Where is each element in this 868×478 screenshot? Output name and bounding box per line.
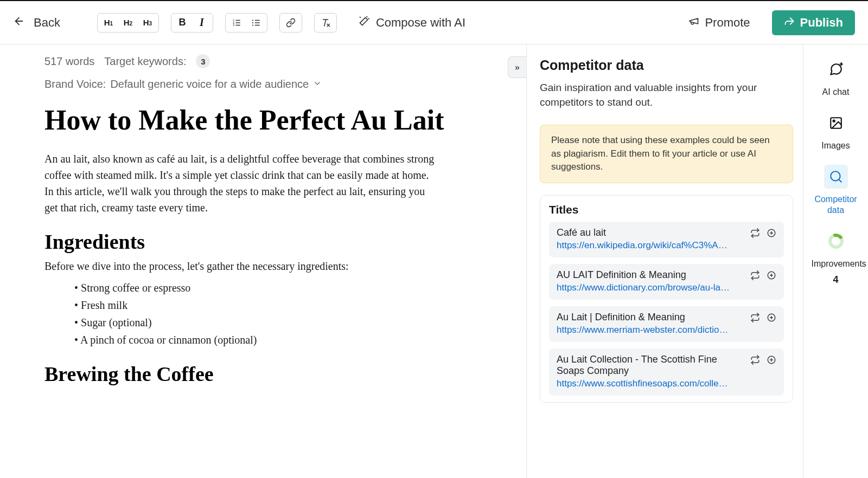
compose-ai-label: Compose with AI — [376, 16, 465, 30]
list-item[interactable]: Strong coffee or espresso — [74, 280, 507, 296]
refresh-icon[interactable] — [750, 228, 760, 238]
result-title: Au Lait Collection - The Scottish Fine S… — [557, 354, 745, 377]
link-group — [279, 13, 302, 33]
promote-label: Promote — [705, 16, 750, 30]
article-intro[interactable]: An au lait, also known as café au lait, … — [44, 151, 435, 216]
refresh-icon[interactable] — [750, 270, 760, 280]
rail-images-label: Images — [821, 140, 850, 151]
bold-button[interactable]: B — [174, 15, 191, 30]
list-group: 123 — [225, 13, 267, 33]
promote-button[interactable]: Promote — [688, 16, 750, 30]
competitor-result: Au Lait | Definition & Meaning https://w… — [549, 306, 784, 342]
competitor-result: Café au lait https://en.wikipedia.org/wi… — [549, 222, 784, 257]
back-button[interactable]: Back — [13, 13, 65, 33]
back-label: Back — [34, 16, 60, 30]
italic-button[interactable]: I — [193, 15, 210, 30]
refresh-icon[interactable] — [750, 313, 760, 322]
add-icon[interactable] — [767, 313, 776, 322]
competitor-panel: Competitor data Gain inspiration and val… — [526, 44, 803, 478]
result-url[interactable]: https://www.merriam-webster.com/dictio… — [557, 325, 745, 335]
rail-images[interactable]: Images — [821, 111, 850, 151]
result-url[interactable]: https://www.dictionary.com/browse/au-la… — [557, 282, 745, 293]
rail-ai-chat-label: AI chat — [822, 87, 850, 97]
compose-ai-button[interactable]: Compose with AI — [359, 16, 465, 30]
h3-button[interactable]: H3 — [139, 15, 156, 30]
panel-description: Gain inspiration and valuable insights f… — [540, 81, 793, 109]
image-icon — [824, 111, 848, 135]
progress-donut-icon — [824, 229, 848, 253]
svg-point-12 — [252, 24, 253, 25]
right-rail: AI chat Images Competitor data Improveme… — [803, 44, 868, 478]
megaphone-icon — [688, 16, 699, 30]
clear-group — [314, 13, 337, 33]
clear-format-button[interactable] — [317, 15, 334, 30]
svg-point-30 — [833, 120, 834, 122]
panel-title: Competitor data — [540, 57, 793, 73]
ordered-list-button[interactable]: 123 — [228, 15, 245, 30]
rail-ai-chat[interactable]: AI chat — [822, 57, 850, 97]
style-group: B I — [171, 13, 213, 33]
titles-card: Titles Café au lait https://en.wikipedia… — [540, 195, 793, 403]
svg-line-32 — [839, 179, 841, 182]
share-arrow-icon — [784, 16, 795, 30]
h2-button[interactable]: H2 — [119, 15, 137, 30]
article-title[interactable]: How to Make the Perfect Au Lait — [44, 102, 507, 138]
add-icon[interactable] — [767, 228, 776, 238]
h1-button[interactable]: H1 — [100, 15, 117, 30]
arrow-left-icon — [13, 15, 25, 30]
refresh-icon[interactable] — [750, 355, 760, 365]
svg-point-10 — [252, 20, 253, 21]
result-title: Café au lait — [557, 227, 745, 238]
top-toolbar: Back H1 H2 H3 B I 123 Compose with AI — [0, 1, 868, 44]
publish-button[interactable]: Publish — [772, 10, 855, 35]
add-icon[interactable] — [767, 355, 776, 365]
svg-point-11 — [252, 22, 253, 23]
list-item[interactable]: Fresh milk — [74, 297, 507, 313]
chevron-down-icon — [313, 78, 322, 91]
publish-label: Publish — [800, 16, 843, 30]
chat-icon — [824, 57, 848, 81]
result-url[interactable]: https://en.wikipedia.org/wiki/caf%C3%A… — [557, 240, 745, 251]
rail-improvements-label: Improvements — [812, 259, 860, 269]
ingredients-list[interactable]: Strong coffee or espresso Fresh milk Sug… — [44, 280, 507, 348]
improvements-count: 4 — [833, 274, 838, 286]
meta-row: 517 words Target keywords: 3 — [44, 54, 507, 68]
h2-brewing[interactable]: Brewing the Coffee — [44, 362, 507, 386]
rail-competitor-label: Competitor data — [812, 194, 860, 215]
svg-text:3: 3 — [233, 23, 234, 27]
unordered-list-button[interactable] — [247, 15, 265, 30]
search-icon — [824, 165, 848, 189]
ingredients-intro[interactable]: Before we dive into the process, let's g… — [44, 258, 507, 274]
titles-heading: Titles — [549, 203, 784, 216]
result-url[interactable]: https://www.scottishfinesoaps.com/colle… — [557, 378, 745, 389]
heading-group: H1 H2 H3 — [97, 13, 159, 33]
chevron-double-right-icon: » — [515, 62, 520, 73]
result-title: Au Lait | Definition & Meaning — [557, 312, 745, 323]
competitor-result: Au Lait Collection - The Scottish Fine S… — [549, 348, 784, 396]
list-item[interactable]: A pinch of cocoa or cinnamon (optional) — [74, 332, 507, 348]
word-count: 517 words — [44, 55, 94, 68]
brand-voice-label: Brand Voice: — [44, 78, 106, 91]
magic-wand-icon — [359, 16, 369, 30]
rail-competitor-data[interactable]: Competitor data — [812, 165, 860, 215]
brand-voice-row[interactable]: Brand Voice: Default generic voice for a… — [44, 78, 507, 91]
result-title: AU LAIT Definition & Meaning — [557, 269, 745, 281]
plagiarism-notice: Please note that using these examples co… — [540, 125, 793, 183]
competitor-result: AU LAIT Definition & Meaning https://www… — [549, 264, 784, 300]
keywords-count-pill[interactable]: 3 — [196, 54, 210, 68]
list-item[interactable]: Sugar (optional) — [74, 314, 507, 331]
add-icon[interactable] — [767, 270, 776, 280]
collapse-panel-button[interactable]: » — [508, 56, 526, 78]
h2-ingredients[interactable]: Ingredients — [44, 230, 507, 254]
link-button[interactable] — [282, 15, 299, 30]
editor-column: » 517 words Target keywords: 3 Brand Voi… — [0, 44, 526, 478]
rail-improvements[interactable]: Improvements 4 — [812, 229, 860, 286]
brand-voice-value: Default generic voice for a wide audienc… — [110, 78, 309, 91]
keywords-label: Target keywords: — [104, 55, 186, 68]
